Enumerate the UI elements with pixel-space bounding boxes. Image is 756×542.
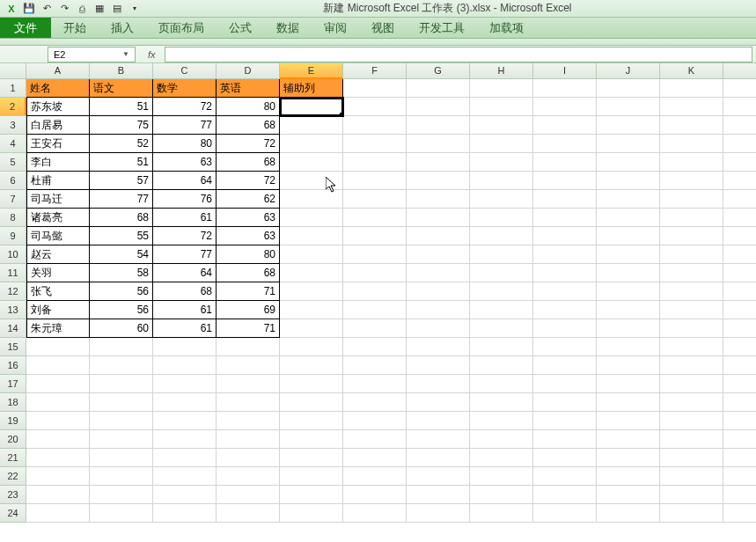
- cell-D18[interactable]: [217, 393, 280, 412]
- cell-G7[interactable]: [407, 190, 470, 209]
- cell-D16[interactable]: [217, 356, 280, 375]
- cell-D3[interactable]: 68: [217, 116, 280, 135]
- cell-F17[interactable]: [343, 375, 407, 393]
- cell-E4[interactable]: [280, 135, 343, 153]
- cell-D13[interactable]: 69: [217, 301, 280, 319]
- cell-E24[interactable]: [280, 504, 343, 523]
- cell-K21[interactable]: [660, 449, 723, 467]
- cell-B14[interactable]: 60: [90, 319, 153, 338]
- cell-A8[interactable]: 诸葛亮: [26, 209, 90, 227]
- cell-C8[interactable]: 61: [153, 209, 217, 227]
- cell-K15[interactable]: [660, 338, 723, 356]
- cell-C6[interactable]: 64: [153, 172, 217, 190]
- cell-E19[interactable]: [280, 412, 343, 430]
- cell-A7[interactable]: 司马迁: [26, 190, 90, 209]
- row-header-22[interactable]: 22: [0, 467, 26, 486]
- cell-E9[interactable]: [280, 227, 343, 245]
- cell-L3[interactable]: [723, 116, 756, 135]
- cell-L14[interactable]: [723, 319, 756, 338]
- row-header-13[interactable]: 13: [0, 301, 26, 319]
- cell-C23[interactable]: [153, 486, 217, 504]
- cell-C11[interactable]: 64: [153, 264, 217, 282]
- cell-A17[interactable]: [26, 375, 90, 393]
- select-all-corner[interactable]: [0, 63, 26, 79]
- cell-B11[interactable]: 58: [90, 264, 153, 282]
- cell-H20[interactable]: [470, 430, 533, 449]
- cell-F20[interactable]: [343, 430, 407, 449]
- cell-C15[interactable]: [153, 338, 217, 356]
- cell-G3[interactable]: [407, 116, 470, 135]
- cell-H4[interactable]: [470, 135, 533, 153]
- cell-A16[interactable]: [26, 356, 90, 375]
- cell-L23[interactable]: [723, 486, 756, 504]
- tab-home[interactable]: 开始: [51, 18, 99, 38]
- cell-G16[interactable]: [407, 356, 470, 375]
- cell-J17[interactable]: [597, 375, 660, 393]
- cell-B6[interactable]: 57: [90, 172, 153, 190]
- cell-L17[interactable]: [723, 375, 756, 393]
- cell-C3[interactable]: 77: [153, 116, 217, 135]
- cell-J10[interactable]: [597, 245, 660, 264]
- row-header-5[interactable]: 5: [0, 153, 26, 172]
- cell-K2[interactable]: [660, 98, 723, 116]
- cell-K14[interactable]: [660, 319, 723, 338]
- cell-D11[interactable]: 68: [217, 264, 280, 282]
- cell-E14[interactable]: [280, 319, 343, 338]
- cell-J5[interactable]: [597, 153, 660, 172]
- open-icon[interactable]: ▤: [109, 2, 125, 16]
- cell-J22[interactable]: [597, 467, 660, 486]
- cell-J18[interactable]: [597, 393, 660, 412]
- cell-L15[interactable]: [723, 338, 756, 356]
- cell-B24[interactable]: [90, 504, 153, 523]
- cell-F16[interactable]: [343, 356, 407, 375]
- column-header-J[interactable]: J: [597, 63, 660, 79]
- cell-D10[interactable]: 80: [217, 245, 280, 264]
- cell-C7[interactable]: 76: [153, 190, 217, 209]
- cell-J7[interactable]: [597, 190, 660, 209]
- tab-formula[interactable]: 公式: [217, 18, 264, 38]
- cell-J9[interactable]: [597, 227, 660, 245]
- cell-E18[interactable]: [280, 393, 343, 412]
- cell-E3[interactable]: [280, 116, 343, 135]
- cell-B4[interactable]: 52: [90, 135, 153, 153]
- cell-G22[interactable]: [407, 467, 470, 486]
- cell-I11[interactable]: [533, 264, 597, 282]
- row-header-2[interactable]: 2: [0, 98, 26, 116]
- cell-A24[interactable]: [26, 504, 90, 523]
- cell-K5[interactable]: [660, 153, 723, 172]
- cell-G12[interactable]: [407, 282, 470, 301]
- cell-J21[interactable]: [597, 449, 660, 467]
- cell-F2[interactable]: [343, 98, 407, 116]
- cell-L13[interactable]: [723, 301, 756, 319]
- cell-B16[interactable]: [90, 356, 153, 375]
- cell-A5[interactable]: 李白: [26, 153, 90, 172]
- cell-E6[interactable]: [280, 172, 343, 190]
- cell-I13[interactable]: [533, 301, 597, 319]
- cell-J6[interactable]: [597, 172, 660, 190]
- cell-I3[interactable]: [533, 116, 597, 135]
- cell-J19[interactable]: [597, 412, 660, 430]
- row-header-24[interactable]: 24: [0, 504, 26, 523]
- cell-K24[interactable]: [660, 504, 723, 523]
- row-header-11[interactable]: 11: [0, 264, 26, 282]
- cell-I2[interactable]: [533, 98, 597, 116]
- cell-K18[interactable]: [660, 393, 723, 412]
- cell-H3[interactable]: [470, 116, 533, 135]
- cell-L1[interactable]: [723, 79, 756, 98]
- cell-G19[interactable]: [407, 412, 470, 430]
- cell-D1[interactable]: 英语: [217, 79, 280, 98]
- cell-A21[interactable]: [26, 449, 90, 467]
- cell-B18[interactable]: [90, 393, 153, 412]
- row-header-6[interactable]: 6: [0, 172, 26, 190]
- cell-B5[interactable]: 51: [90, 153, 153, 172]
- cell-A2[interactable]: 苏东坡: [26, 98, 90, 116]
- cell-A4[interactable]: 王安石: [26, 135, 90, 153]
- cell-C14[interactable]: 61: [153, 319, 217, 338]
- cell-A13[interactable]: 刘备: [26, 301, 90, 319]
- cell-I23[interactable]: [533, 486, 597, 504]
- row-header-3[interactable]: 3: [0, 116, 26, 135]
- cell-D24[interactable]: [217, 504, 280, 523]
- column-header-I[interactable]: I: [533, 63, 597, 79]
- cell-H14[interactable]: [470, 319, 533, 338]
- cell-F3[interactable]: [343, 116, 407, 135]
